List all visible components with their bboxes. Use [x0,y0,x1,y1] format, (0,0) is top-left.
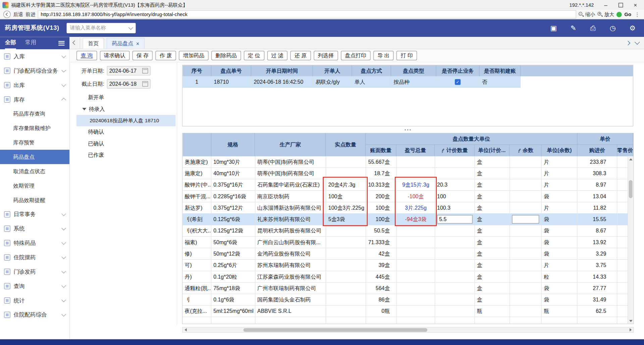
drug-row[interactable]: 刂0.1g*6袋国药集团汕头金石制药86盒盒袋31.49 [182,294,633,305]
drug-row[interactable]: 夜(克拉...5ml:125mg*60mlABBVIE S.R.L0瓶瓶瓶62.… [182,305,633,317]
sidebar-item-drug-stocktake[interactable]: 药品盘点 [0,150,69,164]
tree-item-pending-entry[interactable]: 待录入 [76,104,175,115]
locate-button[interactable]: 定 位 [244,51,264,60]
column-select-button[interactable]: 列选择 [314,51,338,60]
back-icon[interactable] [3,11,11,18]
order-row[interactable]: 1187102024-06-18 16:42:50易联众/gly单人按品种否 [182,76,633,88]
close-button[interactable]: × [629,0,642,9]
sidebar-item-special-drugs[interactable]: 特殊药品 [0,236,69,250]
scroll-up-icon[interactable] [628,156,633,162]
drug-row[interactable]: 刂(希刻0.125g*6袋礼来苏州制药有限公司5盒3袋100盒-94盒3袋5.5… [182,214,633,225]
actual-qty-cell: 100盒 [326,191,366,202]
checked-checkbox[interactable] [455,79,461,85]
splitter-handle[interactable] [182,128,633,132]
sidebar-item-stock-warning[interactable]: 库存预警 [0,135,69,150]
zoom-out-button[interactable]: - 缩小 [579,11,595,18]
tree-item-confirmed[interactable]: 已确认 [76,138,175,149]
sidebar-item-daily-affairs[interactable]: 日常事务 [0,207,69,221]
drug-row[interactable]: 可)0.25g*6片苏州东瑞制药有限公司39盒盒片3.75 [182,260,633,271]
scroll-down-icon[interactable] [628,318,633,324]
drug-row[interactable]: 奥施康定)10mg*30片萌蒂(中国)制药有限公司55.667盒盒片233.87 [182,156,633,168]
tree-item-entry-18710[interactable]: 20240618按品种单人盘 18710 [76,115,175,126]
footer-bar [0,339,644,345]
actual-qty-cell: 5盒3袋 [326,214,366,225]
drug-row[interactable]: 酸钾干混...0.2285g*16袋南京臣功制药100盒200盒-100盒100… [182,191,633,202]
url-input[interactable]: http://192.168.189.187:8000/his-yf/app/#… [38,10,576,18]
sidebar-item-ward-dispense[interactable]: 住院摆药 [0,250,69,265]
price-qty-cell [435,237,475,248]
zoom-in-button[interactable]: + 放大 [598,11,614,18]
close-tab-icon[interactable]: × [136,41,139,47]
drug-row[interactable]: 酸钾片(中...0.375g*16片石药集团中诺药业(石家庄)20盒4片.3g1… [182,179,633,191]
drug-row[interactable]: 新达罗)0.375g*12片山东淄博新达制药有限公司100盒3片.225g100… [182,202,633,214]
query-button[interactable]: 查 询 [76,51,97,60]
vertical-scrollbar[interactable] [628,156,633,324]
filter-button[interactable]: 过 滤 [267,51,287,60]
screenshot-icon[interactable]: ▣ [549,24,558,32]
hamburger-icon[interactable] [58,41,64,45]
go-button[interactable]: Go [625,11,631,17]
diff-qty-cell [397,294,435,305]
sidebar-item-expiry-mgmt[interactable]: 效期管理 [0,179,69,193]
tab-scroll-left-button[interactable] [70,37,80,49]
save-button[interactable]: 保 存 [132,51,153,60]
request-confirm-button[interactable]: 请求确认 [100,51,129,60]
drug-row[interactable]: 施康定)40mg*10片萌蒂(中国)制药有限公司18.7盒盒片308.3 [182,168,633,179]
sidebar-item-query[interactable]: 查询 [0,279,69,293]
tab-scroll-right-icon[interactable] [626,40,630,46]
sidebar-item-inpatient-dispense[interactable]: 住院配药综合 [0,308,69,322]
drug-row[interactable]: 通颗粒(凯...75mg*18袋广州市联瑞制药有限公司564盒盒袋27.77 [182,283,633,294]
menu-search-input[interactable]: 请输入菜单名称 [67,23,136,33]
restore-button[interactable]: 还 原 [290,51,311,60]
price-qty-input[interactable]: 5.5 [437,215,472,224]
sidebar-item-inbound[interactable]: 入库 [0,49,69,64]
browser-menu-icon[interactable]: ⋮ [634,11,641,17]
spec-cell: 10mg*30片 [211,156,255,168]
void-button[interactable]: 作 废 [156,51,176,60]
add-drug-button[interactable]: 增加药品 [179,51,208,60]
drug-row[interactable]: 修)50mg*12袋金鸿药业股份有限公司42盒盒袋3.29 [182,248,633,260]
print-button[interactable]: 打 印 [396,51,417,60]
maximize-button[interactable] [614,0,627,9]
tree-item-pending-confirm[interactable]: 待确认 [76,126,175,138]
tab-drug-stocktake[interactable]: 药品盘点× [107,38,145,49]
sidebar-item-outpatient-issue[interactable]: 门诊发药 [0,265,69,279]
sidebar-item-stats[interactable]: 统计 [0,293,69,308]
export-button[interactable]: 导 出 [373,51,394,60]
horizontal-scrollbar[interactable] [182,327,634,333]
horizontal-scrollbar-thumb[interactable] [244,328,427,332]
back-button[interactable]: 后退 [13,11,23,18]
sidebar-item-stock-query[interactable]: 药品库存查询 [0,107,69,121]
drug-row[interactable]: 丹)0.1g*20粒江苏豪森药业股份有限公司445盒盒粒14.33 [182,271,633,283]
delete-drug-button[interactable]: 删除药品 [211,51,241,60]
sidebar-item-expiry-remind[interactable]: 药品效期提醒 [0,193,69,207]
sidebar-item-outpatient-dispense-biz[interactable]: 门诊配药综合业务 [0,64,69,78]
sidebar-item-stock-limit[interactable]: 库存量限额维护 [0,121,69,135]
book-qty-cell: 445盒 [366,271,397,283]
vertical-scrollbar-thumb[interactable] [629,180,633,198]
sidebar-tab-all[interactable]: 全部 [5,37,16,49]
tab-menu-icon[interactable] [635,40,640,45]
signature-icon[interactable]: ✎ [569,24,578,32]
end-date-input[interactable]: 2024-06-18 [107,79,150,88]
forward-button[interactable]: 前进 [25,11,35,18]
drug-row[interactable]: 刂(积大大...0.125g*12袋昆明积大制药股份有限公司50.5盒盒袋8.6… [182,225,633,236]
sidebar-item-cancel-stocktake[interactable]: 取消盘点状态 [0,164,69,179]
stocktake-print-button[interactable]: 盘点打印 [341,51,370,60]
scroll-left-icon[interactable] [182,327,188,332]
drug-row[interactable]: 福素)50mg*6袋广州白云山制药股份有限...71.333盒盒袋13.92 [182,237,633,248]
settings-icon[interactable]: ⚙ [628,24,637,32]
history-icon[interactable]: ◷ [609,24,617,32]
remainder-input[interactable] [512,215,539,224]
printer-icon[interactable]: ⎙ [589,24,597,32]
tree-item-voided[interactable]: 已作废 [76,149,175,161]
sidebar-item-outbound[interactable]: 出库 [0,78,69,92]
scroll-right-icon[interactable] [628,327,633,332]
tab-home[interactable]: 首页 [83,38,104,49]
tree-item-new-order[interactable]: 新开单 [76,92,175,103]
sidebar-item-inventory[interactable]: 库存 [0,92,69,107]
minimize-button[interactable]: – [600,0,612,9]
sidebar-tab-frequent[interactable]: 常用 [25,37,36,49]
start-date-input[interactable]: 2024-06-17 [107,66,150,75]
sidebar-item-system[interactable]: 系统 [0,221,69,236]
